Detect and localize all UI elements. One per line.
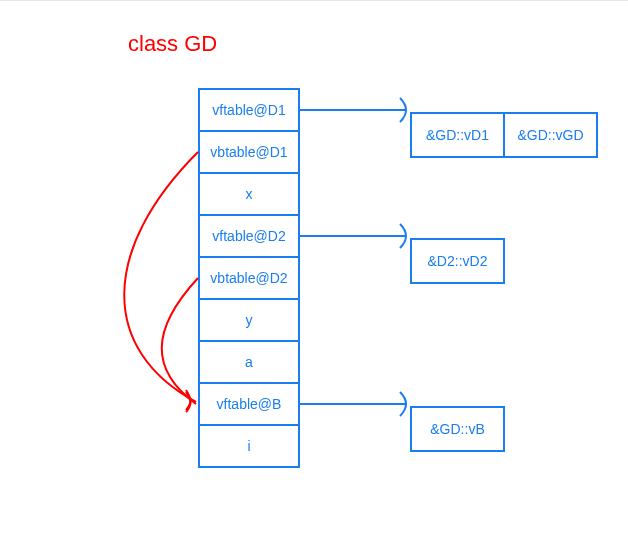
- cell-vbtable-d1: vbtable@D1: [198, 130, 300, 174]
- cell-i: i: [198, 424, 300, 468]
- arrow-vftable-d1: [300, 98, 406, 122]
- arrow-vftable-d2: [300, 224, 406, 248]
- cell-a: a: [198, 340, 300, 384]
- cell-x: x: [198, 172, 300, 216]
- arrows-overlay: [0, 0, 628, 539]
- arrow-vbtable-d1-to-b: [124, 152, 198, 410]
- cell-y: y: [198, 298, 300, 342]
- arrow-vftable-b: [300, 392, 406, 416]
- vft-d1-entry-1: &GD::vGD: [503, 112, 598, 158]
- vft-d1-entry-0: &GD::vD1: [410, 112, 505, 158]
- diagram-title: class GD: [128, 31, 217, 57]
- diagram-canvas: class GD vftable@D1 vbtable@D1 x vftable…: [0, 0, 628, 539]
- top-rule: [0, 0, 628, 1]
- vft-d2-entry-0: &D2::vD2: [410, 238, 505, 284]
- arrow-vbtable-d2-to-b: [162, 278, 198, 412]
- vft-b-entry-0: &GD::vB: [410, 406, 505, 452]
- cell-vftable-d2: vftable@D2: [198, 214, 300, 258]
- cell-vftable-b: vftable@B: [198, 382, 300, 426]
- cell-vbtable-d2: vbtable@D2: [198, 256, 300, 300]
- cell-vftable-d1: vftable@D1: [198, 88, 300, 132]
